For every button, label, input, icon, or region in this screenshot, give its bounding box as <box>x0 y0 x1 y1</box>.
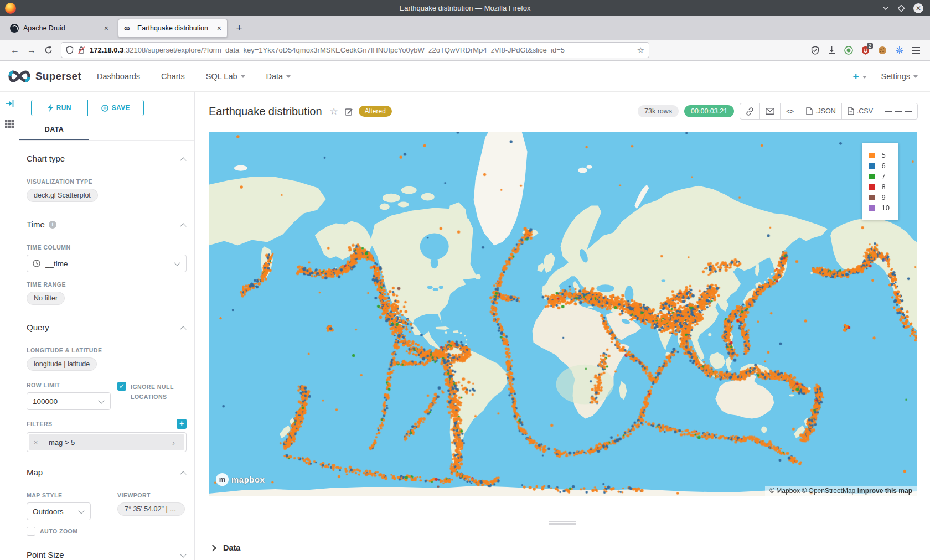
section-time[interactable]: Timei <box>27 220 187 229</box>
multi-account-icon[interactable] <box>895 46 904 55</box>
legend-item[interactable]: 10 <box>869 204 890 212</box>
legend-item[interactable]: 5 <box>869 151 890 159</box>
section-chart-type[interactable]: Chart type <box>27 154 187 163</box>
filter-chip[interactable]: × mag > 5 › <box>29 434 184 450</box>
legend-item[interactable]: 6 <box>869 162 890 170</box>
window-minimize-icon[interactable] <box>882 6 889 11</box>
ublock-icon[interactable]: 2 <box>861 46 870 55</box>
deckgl-scatter-map[interactable]: 5678910 m mapbox © Mapbox © OpenStreetMa… <box>209 132 917 496</box>
add-filter-button[interactable]: + <box>177 419 187 429</box>
section-query[interactable]: Query <box>27 323 187 332</box>
remove-filter-icon[interactable]: × <box>29 438 43 447</box>
extension-green-icon[interactable] <box>844 46 853 55</box>
chevron-up-icon <box>181 470 187 475</box>
chevron-right-icon[interactable]: › <box>172 438 184 447</box>
tab-earthquake-distribution[interactable]: ∞ Earthquake distribution × <box>118 19 228 38</box>
legend-swatch <box>869 153 875 158</box>
save-button[interactable]: SAVE <box>87 100 144 116</box>
tab-bar: Apache Druid × ∞ Earthquake distribution… <box>0 16 930 40</box>
code-icon: <> <box>786 108 794 115</box>
nav-data[interactable]: Data <box>266 72 291 81</box>
resize-handle[interactable] <box>549 519 576 526</box>
url-text: 172.18.0.3:32108/superset/explore/?form_… <box>90 46 634 54</box>
reload-icon[interactable] <box>40 43 56 58</box>
row-limit-select[interactable]: 100000 <box>27 392 111 410</box>
time-range-value[interactable]: No filter <box>27 292 65 305</box>
section-point-size[interactable]: Point Size <box>27 550 187 559</box>
attribution-mapbox-link[interactable]: © Mapbox <box>769 487 800 495</box>
export-toolbar: <> .JSON .CSV <box>740 103 918 120</box>
lonlat-label: LONGITUDE & LATITUDE <box>27 347 187 354</box>
settings-menu[interactable]: Settings <box>881 72 918 81</box>
window-maximize-icon[interactable] <box>898 5 905 12</box>
export-csv-button[interactable]: .CSV <box>842 103 879 119</box>
cookie-icon[interactable] <box>878 46 887 55</box>
copy-link-button[interactable] <box>740 103 760 119</box>
forward-icon[interactable]: → <box>23 43 40 58</box>
viz-type-value[interactable]: deck.gl Scatterplot <box>27 189 98 202</box>
tab-apache-druid[interactable]: Apache Druid × <box>4 19 114 38</box>
time-column-select[interactable]: __time <box>27 255 187 272</box>
insecure-lock-icon[interactable] <box>78 46 85 54</box>
magnitude-legend: 5678910 <box>862 143 898 220</box>
nav-dashboards[interactable]: Dashboards <box>97 72 140 81</box>
file-icon <box>848 107 854 115</box>
superset-logo[interactable]: Superset <box>7 69 81 84</box>
chevron-down-icon <box>181 552 187 558</box>
map-style-select[interactable]: Outdoors <box>27 502 91 520</box>
data-panel-toggle[interactable]: Data <box>210 543 240 552</box>
legend-swatch <box>869 205 875 211</box>
email-button[interactable] <box>760 103 781 119</box>
add-new-button[interactable]: + <box>852 70 866 82</box>
chevron-down-icon <box>913 75 918 78</box>
chart-menu-icon[interactable] <box>879 103 917 119</box>
filter-container: × mag > 5 › <box>27 432 187 452</box>
tab-close-icon[interactable]: × <box>217 24 221 33</box>
attribution-improve-link[interactable]: Improve this map <box>857 487 912 495</box>
brand-name: Superset <box>35 70 81 82</box>
permissions-shield-icon[interactable] <box>66 46 74 54</box>
checkbox-checked-icon[interactable]: ✓ <box>117 382 126 391</box>
dataset-grid-icon[interactable] <box>5 120 14 128</box>
query-timer-badge: 00:00:03.21 <box>684 105 734 117</box>
edit-properties-icon[interactable] <box>345 107 353 116</box>
export-json-button[interactable]: .JSON <box>800 103 842 119</box>
filters-label: FILTERS <box>27 421 52 427</box>
bookmark-star-icon[interactable]: ☆ <box>637 45 644 55</box>
run-button[interactable]: RUN <box>32 100 87 116</box>
checkbox-unchecked-icon[interactable] <box>27 527 35 536</box>
filter-expression: mag > 5 <box>43 438 172 447</box>
nav-sql-lab[interactable]: SQL Lab <box>206 72 245 81</box>
downloads-icon[interactable] <box>828 46 836 54</box>
favorite-star-icon[interactable]: ☆ <box>330 106 338 117</box>
legend-item[interactable]: 9 <box>869 193 890 201</box>
time-column-label: TIME COLUMN <box>27 244 187 251</box>
file-icon <box>806 107 813 115</box>
back-icon[interactable]: ← <box>7 43 23 58</box>
attribution-osm-link[interactable]: © OpenStreetMap <box>802 487 855 495</box>
collapse-panel-icon[interactable] <box>5 100 14 107</box>
auto-zoom-checkbox[interactable]: AUTO ZOOM <box>27 527 111 536</box>
tab-data[interactable]: DATA <box>19 126 89 140</box>
mapbox-logo[interactable]: m mapbox <box>216 473 265 486</box>
new-tab-button[interactable]: + <box>231 20 247 37</box>
section-map[interactable]: Map <box>27 468 187 477</box>
legend-item[interactable]: 7 <box>869 172 890 180</box>
legend-item[interactable]: 8 <box>869 183 890 191</box>
lonlat-value[interactable]: longitude | latitude <box>27 357 97 371</box>
explore-control-panel: RUN SAVE DATA Chart type VISUALIZATION T… <box>19 92 195 560</box>
tab-close-icon[interactable]: × <box>104 24 108 33</box>
embed-code-button[interactable]: <> <box>781 103 800 119</box>
altered-badge[interactable]: Altered <box>359 106 392 117</box>
shield-extension-icon[interactable] <box>811 46 819 55</box>
chart-title: Earthquake distribution <box>209 105 322 118</box>
superset-favicon: ∞ <box>124 24 133 33</box>
viewport-value[interactable]: 7° 35' 54.02" | 31... <box>117 502 185 516</box>
viewport-label: VIEWPORT <box>117 492 187 499</box>
menu-icon[interactable] <box>912 45 920 55</box>
ignore-null-checkbox[interactable]: ✓ IGNORE NULLLOCATIONS <box>117 382 187 402</box>
url-input[interactable]: 172.18.0.3:32108/superset/explore/?form_… <box>61 42 649 58</box>
window-close-icon[interactable]: ✕ <box>913 3 923 13</box>
legend-label: 6 <box>882 162 886 170</box>
nav-charts[interactable]: Charts <box>161 72 185 81</box>
